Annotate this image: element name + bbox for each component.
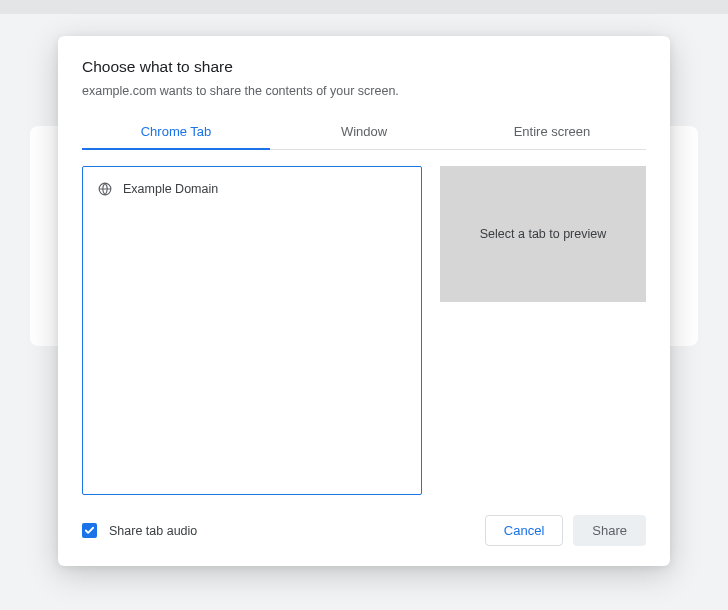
browser-top-bar [0, 0, 728, 14]
page-background: Choose what to share example.com wants t… [0, 14, 728, 610]
cancel-button-label: Cancel [504, 523, 544, 538]
preview-panel: Select a tab to preview [440, 166, 646, 302]
tab-label: Chrome Tab [141, 124, 212, 139]
tab-window[interactable]: Window [270, 116, 458, 149]
dialog-subtitle: example.com wants to share the contents … [82, 84, 646, 98]
tab-list-item[interactable]: Example Domain [95, 177, 409, 201]
tab-chrome-tab[interactable]: Chrome Tab [82, 116, 270, 149]
dialog-title: Choose what to share [82, 58, 646, 76]
tab-label: Entire screen [514, 124, 591, 139]
dialog-footer: Share tab audio Cancel Share [82, 515, 646, 546]
dialog-buttons: Cancel Share [485, 515, 646, 546]
share-audio-row: Share tab audio [82, 523, 197, 538]
share-button-label: Share [592, 523, 627, 538]
tab-item-title: Example Domain [123, 182, 218, 196]
share-button[interactable]: Share [573, 515, 646, 546]
cancel-button[interactable]: Cancel [485, 515, 563, 546]
tab-list[interactable]: Example Domain [82, 166, 422, 495]
globe-icon [97, 181, 113, 197]
share-dialog: Choose what to share example.com wants t… [58, 36, 670, 566]
dialog-content-area: Example Domain Select a tab to preview [82, 166, 646, 495]
share-audio-checkbox[interactable] [82, 523, 97, 538]
tab-entire-screen[interactable]: Entire screen [458, 116, 646, 149]
preview-placeholder: Select a tab to preview [480, 227, 606, 241]
share-tabs: Chrome Tab Window Entire screen [82, 116, 646, 150]
share-audio-label: Share tab audio [109, 524, 197, 538]
tab-label: Window [341, 124, 387, 139]
